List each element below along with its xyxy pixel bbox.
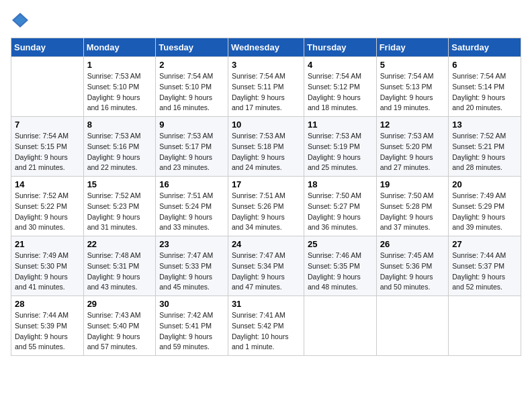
day-info: Sunrise: 7:44 AMSunset: 5:39 PMDaylight:… [15,310,80,353]
day-number: 30 [159,299,224,309]
day-number: 21 [15,239,80,249]
day-of-week-header: Friday [376,38,449,57]
calendar-cell: 26Sunrise: 7:45 AMSunset: 5:36 PMDayligh… [376,236,449,296]
day-info: Sunrise: 7:44 AMSunset: 5:37 PMDaylight:… [452,250,517,293]
day-number: 15 [87,179,152,189]
calendar-cell: 27Sunrise: 7:44 AMSunset: 5:37 PMDayligh… [449,236,521,296]
day-number: 19 [380,179,445,189]
day-info: Sunrise: 7:53 AMSunset: 5:18 PMDaylight:… [232,131,300,173]
day-info: Sunrise: 7:52 AMSunset: 5:22 PMDaylight:… [15,191,80,233]
calendar-cell: 2Sunrise: 7:54 AMSunset: 5:10 PMDaylight… [156,57,228,117]
day-number: 23 [159,239,224,249]
day-number: 1 [87,60,152,70]
logo-icon [11,11,30,30]
calendar-cell: 31Sunrise: 7:41 AMSunset: 5:42 PMDayligh… [228,296,304,356]
day-info: Sunrise: 7:47 AMSunset: 5:34 PMDaylight:… [232,250,300,293]
calendar-cell: 9Sunrise: 7:53 AMSunset: 5:17 PMDaylight… [156,117,228,177]
day-number: 17 [232,179,300,189]
day-info: Sunrise: 7:50 AMSunset: 5:27 PMDaylight:… [308,191,373,233]
day-info: Sunrise: 7:43 AMSunset: 5:40 PMDaylight:… [87,310,152,353]
day-number: 27 [452,239,517,249]
calendar-cell [449,296,521,356]
calendar-cell: 8Sunrise: 7:53 AMSunset: 5:16 PMDaylight… [83,117,156,177]
calendar-cell: 17Sunrise: 7:51 AMSunset: 5:26 PMDayligh… [228,177,304,236]
day-of-week-header: Monday [83,38,156,57]
day-number: 11 [308,120,373,130]
day-of-week-header: Thursday [304,38,377,57]
calendar-cell: 10Sunrise: 7:53 AMSunset: 5:18 PMDayligh… [228,117,304,177]
day-number: 31 [232,299,300,309]
calendar-cell: 21Sunrise: 7:49 AMSunset: 5:30 PMDayligh… [11,236,84,296]
day-number: 12 [380,120,445,130]
day-of-week-header: Sunday [11,38,84,57]
calendar-cell: 29Sunrise: 7:43 AMSunset: 5:40 PMDayligh… [83,296,156,356]
day-of-week-header: Saturday [449,38,521,57]
calendar-cell: 30Sunrise: 7:42 AMSunset: 5:41 PMDayligh… [156,296,228,356]
day-info: Sunrise: 7:53 AMSunset: 5:16 PMDaylight:… [87,131,152,173]
calendar-cell [304,296,377,356]
calendar-cell: 12Sunrise: 7:53 AMSunset: 5:20 PMDayligh… [376,117,449,177]
calendar-cell [11,57,84,117]
day-info: Sunrise: 7:54 AMSunset: 5:13 PMDaylight:… [380,71,445,113]
calendar-cell: 24Sunrise: 7:47 AMSunset: 5:34 PMDayligh… [228,236,304,296]
day-number: 7 [15,120,80,130]
calendar-cell: 11Sunrise: 7:53 AMSunset: 5:19 PMDayligh… [304,117,377,177]
calendar-cell: 5Sunrise: 7:54 AMSunset: 5:13 PMDaylight… [376,57,449,117]
calendar-cell: 23Sunrise: 7:47 AMSunset: 5:33 PMDayligh… [156,236,228,296]
logo [11,11,32,30]
day-number: 28 [15,299,80,309]
day-info: Sunrise: 7:42 AMSunset: 5:41 PMDaylight:… [159,310,224,353]
calendar-cell: 16Sunrise: 7:51 AMSunset: 5:24 PMDayligh… [156,177,228,236]
day-number: 16 [159,179,224,189]
day-info: Sunrise: 7:50 AMSunset: 5:28 PMDaylight:… [380,191,445,233]
page-header [11,11,521,30]
day-number: 29 [87,299,152,309]
calendar-cell: 19Sunrise: 7:50 AMSunset: 5:28 PMDayligh… [376,177,449,236]
day-info: Sunrise: 7:53 AMSunset: 5:17 PMDaylight:… [159,131,224,173]
day-info: Sunrise: 7:53 AMSunset: 5:10 PMDaylight:… [87,71,152,113]
calendar-cell: 18Sunrise: 7:50 AMSunset: 5:27 PMDayligh… [304,177,377,236]
calendar-cell: 28Sunrise: 7:44 AMSunset: 5:39 PMDayligh… [11,296,84,356]
calendar-cell: 14Sunrise: 7:52 AMSunset: 5:22 PMDayligh… [11,177,84,236]
day-number: 26 [380,239,445,249]
day-number: 6 [452,60,517,70]
day-info: Sunrise: 7:52 AMSunset: 5:21 PMDaylight:… [452,131,517,173]
calendar-cell: 1Sunrise: 7:53 AMSunset: 5:10 PMDaylight… [83,57,156,117]
day-number: 13 [452,120,517,130]
calendar-cell: 7Sunrise: 7:54 AMSunset: 5:15 PMDaylight… [11,117,84,177]
day-info: Sunrise: 7:49 AMSunset: 5:30 PMDaylight:… [15,250,80,293]
day-number: 9 [159,120,224,130]
day-number: 20 [452,179,517,189]
calendar-cell: 20Sunrise: 7:49 AMSunset: 5:29 PMDayligh… [449,177,521,236]
day-info: Sunrise: 7:54 AMSunset: 5:14 PMDaylight:… [452,71,517,113]
day-number: 18 [308,179,373,189]
day-info: Sunrise: 7:46 AMSunset: 5:35 PMDaylight:… [308,250,373,293]
day-info: Sunrise: 7:52 AMSunset: 5:23 PMDaylight:… [87,191,152,233]
calendar-cell: 13Sunrise: 7:52 AMSunset: 5:21 PMDayligh… [449,117,521,177]
day-info: Sunrise: 7:41 AMSunset: 5:42 PMDaylight:… [232,310,300,353]
day-of-week-header: Tuesday [156,38,228,57]
day-info: Sunrise: 7:51 AMSunset: 5:24 PMDaylight:… [159,191,224,233]
day-info: Sunrise: 7:48 AMSunset: 5:31 PMDaylight:… [87,250,152,293]
day-number: 4 [308,60,373,70]
calendar-cell: 4Sunrise: 7:54 AMSunset: 5:12 PMDaylight… [304,57,377,117]
day-number: 3 [232,60,300,70]
day-info: Sunrise: 7:51 AMSunset: 5:26 PMDaylight:… [232,191,300,233]
calendar-table: SundayMondayTuesdayWednesdayThursdayFrid… [11,38,521,356]
day-number: 22 [87,239,152,249]
calendar-cell: 25Sunrise: 7:46 AMSunset: 5:35 PMDayligh… [304,236,377,296]
calendar-cell: 22Sunrise: 7:48 AMSunset: 5:31 PMDayligh… [83,236,156,296]
day-info: Sunrise: 7:47 AMSunset: 5:33 PMDaylight:… [159,250,224,293]
svg-marker-1 [14,15,26,26]
day-info: Sunrise: 7:53 AMSunset: 5:20 PMDaylight:… [380,131,445,173]
day-info: Sunrise: 7:54 AMSunset: 5:15 PMDaylight:… [15,131,80,173]
calendar-cell: 6Sunrise: 7:54 AMSunset: 5:14 PMDaylight… [449,57,521,117]
day-number: 8 [87,120,152,130]
calendar-cell: 15Sunrise: 7:52 AMSunset: 5:23 PMDayligh… [83,177,156,236]
day-number: 2 [159,60,224,70]
day-info: Sunrise: 7:54 AMSunset: 5:11 PMDaylight:… [232,71,300,113]
calendar-cell: 3Sunrise: 7:54 AMSunset: 5:11 PMDaylight… [228,57,304,117]
day-info: Sunrise: 7:49 AMSunset: 5:29 PMDaylight:… [452,191,517,233]
day-number: 5 [380,60,445,70]
day-info: Sunrise: 7:54 AMSunset: 5:12 PMDaylight:… [308,71,373,113]
